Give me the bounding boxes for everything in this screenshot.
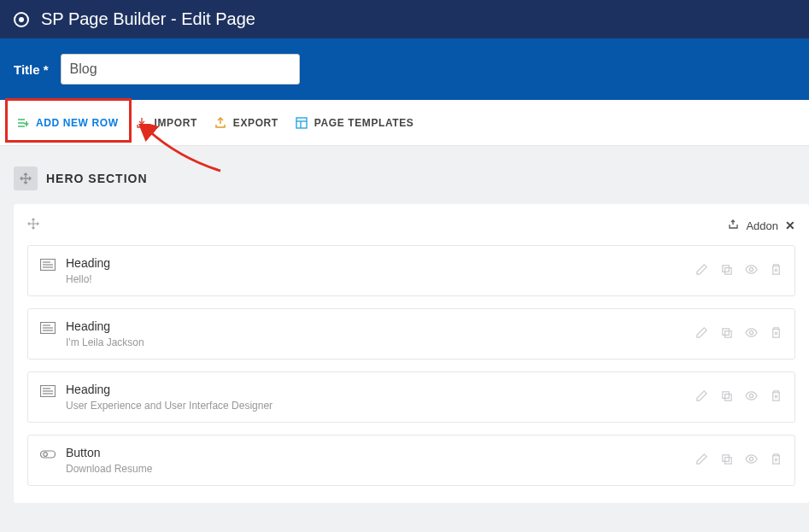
plus-rows-icon <box>17 117 29 129</box>
svg-rect-12 <box>723 265 730 272</box>
addon-item: Heading Hello! <box>27 245 795 296</box>
addon-actions <box>695 263 783 279</box>
button-type-icon <box>40 446 66 464</box>
svg-rect-13 <box>725 267 732 274</box>
column-panel: Addon ✕ Heading Hello! <box>14 204 809 503</box>
addon-label[interactable]: Addon <box>746 219 778 232</box>
svg-rect-20 <box>725 330 732 337</box>
duplicate-icon[interactable] <box>720 326 733 342</box>
section-header: HERO SECTION <box>14 167 809 190</box>
delete-icon[interactable] <box>770 263 783 279</box>
svg-rect-27 <box>725 394 732 400</box>
export-button[interactable]: EXPORT <box>206 105 287 141</box>
addon-item: Button Download Resume <box>27 435 795 486</box>
svg-rect-31 <box>723 454 730 461</box>
section-title: HERO SECTION <box>46 172 148 185</box>
title-bar: Title * <box>0 38 809 100</box>
heading-type-icon <box>40 383 66 400</box>
duplicate-icon[interactable] <box>720 389 733 406</box>
column-head: Addon ✕ <box>27 216 795 235</box>
title-label: Title * <box>14 62 49 77</box>
export-icon <box>214 117 226 129</box>
heading-type-icon <box>40 319 66 337</box>
content-area: HERO SECTION Addon ✕ Heading Hello! <box>0 146 809 532</box>
svg-point-33 <box>749 457 753 460</box>
svg-rect-5 <box>296 118 307 128</box>
add-new-row-button[interactable]: ADD NEW ROW <box>9 105 127 141</box>
svg-rect-32 <box>725 457 732 464</box>
templates-label: PAGE TEMPLATES <box>314 117 414 129</box>
svg-rect-19 <box>723 328 730 335</box>
edit-icon[interactable] <box>695 453 708 469</box>
export-label: EXPORT <box>233 117 278 129</box>
delete-icon[interactable] <box>770 326 783 342</box>
delete-icon[interactable] <box>770 453 783 469</box>
svg-rect-29 <box>41 451 56 458</box>
addon-type: Heading <box>66 319 144 333</box>
add-row-label: ADD NEW ROW <box>36 117 119 129</box>
templates-icon <box>296 117 308 129</box>
addon-actions <box>695 453 783 469</box>
svg-point-30 <box>44 453 48 457</box>
addon-add-icon[interactable] <box>727 218 739 233</box>
duplicate-icon[interactable] <box>720 263 733 279</box>
svg-point-14 <box>749 267 753 271</box>
visibility-icon[interactable] <box>745 263 758 279</box>
addon-actions <box>695 326 783 342</box>
svg-rect-26 <box>723 391 730 398</box>
delete-icon[interactable] <box>770 389 783 406</box>
addon-item: Heading I'm Leila Jackson <box>27 308 795 360</box>
addon-subtitle: Hello! <box>66 273 110 285</box>
addon-subtitle: Download Resume <box>66 463 152 475</box>
title-input[interactable] <box>61 54 300 85</box>
duplicate-icon[interactable] <box>720 453 733 469</box>
page-templates-button[interactable]: PAGE TEMPLATES <box>287 105 423 141</box>
addon-type: Button <box>66 446 152 459</box>
heading-type-icon <box>40 256 66 274</box>
toolbar: ADD NEW ROW IMPORT EXPORT PAGE TEMPLATES <box>0 100 809 146</box>
import-label: IMPORT <box>155 117 197 129</box>
edit-icon[interactable] <box>695 263 708 279</box>
edit-icon[interactable] <box>695 389 708 406</box>
section-drag-handle[interactable] <box>14 167 38 190</box>
target-icon <box>14 12 29 27</box>
addon-item: Heading User Experience and User Interfa… <box>27 371 795 423</box>
import-icon <box>136 117 148 129</box>
visibility-icon[interactable] <box>745 453 758 469</box>
addon-subtitle: I'm Leila Jackson <box>66 336 144 348</box>
page-header: SP Page Builder - Edit Page <box>0 0 809 38</box>
addon-actions <box>695 389 783 406</box>
page-title: SP Page Builder - Edit Page <box>41 9 255 29</box>
addon-type: Heading <box>66 383 273 396</box>
addon-subtitle: User Experience and User Interface Desig… <box>66 400 273 412</box>
svg-point-21 <box>749 330 753 334</box>
move-icon[interactable] <box>27 218 39 233</box>
svg-point-28 <box>749 394 753 397</box>
tools-icon[interactable]: ✕ <box>785 219 795 232</box>
visibility-icon[interactable] <box>745 389 758 406</box>
edit-icon[interactable] <box>695 326 708 342</box>
import-button[interactable]: IMPORT <box>127 105 206 141</box>
visibility-icon[interactable] <box>745 326 758 342</box>
addon-type: Heading <box>66 256 110 270</box>
